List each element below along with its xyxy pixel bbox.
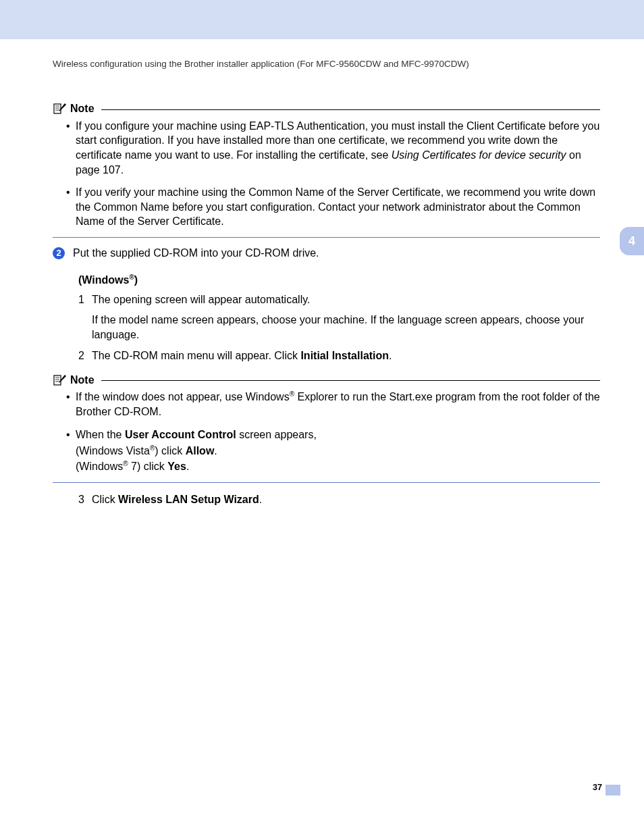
sub-steps: 1 The opening screen will appear automat…: [78, 292, 600, 363]
page-number: 37: [593, 782, 602, 793]
note-text: .: [214, 445, 217, 457]
note-bold: Yes: [167, 461, 186, 473]
note-text: If you verify your machine using the Com…: [76, 186, 595, 227]
windows-block: (Windows®) 1 The opening screen will app…: [53, 273, 600, 363]
sub-step-bold: Wireless LAN Setup Wizard: [118, 494, 259, 505]
note-text: (Windows: [76, 461, 123, 473]
sub-step-2: 2 The CD-ROM main menu will appear. Clic…: [78, 348, 600, 363]
sub-step-post: .: [259, 494, 262, 505]
registered-icon: ®: [290, 390, 294, 398]
sub-step-text: Click Wireless LAN Setup Wizard.: [92, 492, 600, 507]
note-bullet-item: If you verify your machine using the Com…: [66, 185, 600, 229]
running-header: Wireless configuration using the Brother…: [53, 58, 600, 70]
note-italic: Using Certificates for device security: [392, 149, 566, 161]
top-accent-bar: [0, 0, 644, 39]
sub-step-text: The CD-ROM main menu will appear. Click …: [92, 348, 600, 363]
note-line: (Windows® 7) click Yes.: [76, 459, 600, 474]
note-text: ) click: [155, 445, 185, 457]
chapter-tab: 4: [620, 227, 644, 255]
note-bold: Allow: [186, 445, 215, 457]
note-text: 7) click: [128, 461, 168, 473]
sub-steps: 3 Click Wireless LAN Setup Wizard.: [78, 492, 600, 507]
note-line: When the User Account Control screen app…: [76, 427, 600, 442]
registered-icon: ®: [123, 460, 128, 467]
note-text: screen appears,: [236, 429, 317, 440]
note-bullet-item: If you configure your machine using EAP-…: [66, 119, 600, 177]
sub-step-pre: Click: [92, 494, 118, 505]
sub-step-line: The opening screen will appear automatic…: [92, 294, 310, 305]
step-2: 2 Put the supplied CD-ROM into your CD-R…: [53, 246, 600, 261]
sub-step-num: 3: [78, 492, 92, 507]
note-rule: [101, 109, 600, 110]
sub-step-pre: The CD-ROM main menu will appear. Click: [92, 350, 300, 361]
note-text: (Windows Vista: [76, 445, 150, 457]
registered-icon: ®: [129, 273, 134, 281]
note-heading: Note: [53, 101, 600, 116]
sub-step-post: .: [389, 350, 392, 361]
note-rule: [101, 380, 600, 381]
note-list: If you configure your machine using EAP-…: [53, 119, 600, 229]
sub-step-num: 2: [78, 348, 92, 363]
note-bullet-item: When the User Account Control screen app…: [66, 427, 600, 474]
sub-block-3: 3 Click Wireless LAN Setup Wizard.: [53, 492, 600, 507]
note-block-1: Note If you configure your machine using…: [53, 101, 600, 238]
note-line: (Windows Vista®) click Allow.: [76, 444, 600, 459]
sub-step-num: 1: [78, 292, 92, 342]
step-text: Put the supplied CD-ROM into your CD-ROM…: [73, 246, 600, 261]
page-number-bar: [606, 785, 620, 796]
note-text: If the window does not appear, use Windo…: [76, 392, 290, 403]
note-label: Note: [70, 101, 95, 116]
note-pencil-icon: [53, 373, 68, 387]
sub-step-1: 1 The opening screen will appear automat…: [78, 292, 600, 342]
note-bullet-item: If the window does not appear, use Windo…: [66, 390, 600, 419]
note-list: If the window does not appear, use Windo…: [53, 390, 600, 474]
note-divider: [53, 482, 600, 483]
os-heading-pre: (Windows: [78, 274, 129, 286]
os-heading: (Windows®): [78, 273, 600, 288]
note-heading: Note: [53, 373, 600, 388]
note-text: .: [186, 461, 189, 473]
os-heading-post: ): [134, 274, 138, 286]
note-pencil-icon: [53, 102, 68, 115]
note-divider: [53, 237, 600, 238]
sub-step-text: The opening screen will appear automatic…: [92, 292, 600, 342]
sub-step-para: If the model name screen appears, choose…: [92, 313, 600, 342]
sub-step-3: 3 Click Wireless LAN Setup Wizard.: [78, 492, 600, 507]
note-block-2: Note If the window does not appear, use …: [53, 373, 600, 484]
page-content: Wireless configuration using the Brother…: [0, 39, 644, 507]
svg-rect-4: [54, 375, 61, 385]
step-number-badge: 2: [53, 247, 65, 259]
svg-rect-0: [54, 104, 61, 113]
note-label: Note: [70, 373, 95, 388]
sub-step-bold: Initial Installation: [300, 350, 389, 361]
note-text: When the: [76, 429, 125, 440]
note-bold: User Account Control: [125, 429, 236, 440]
